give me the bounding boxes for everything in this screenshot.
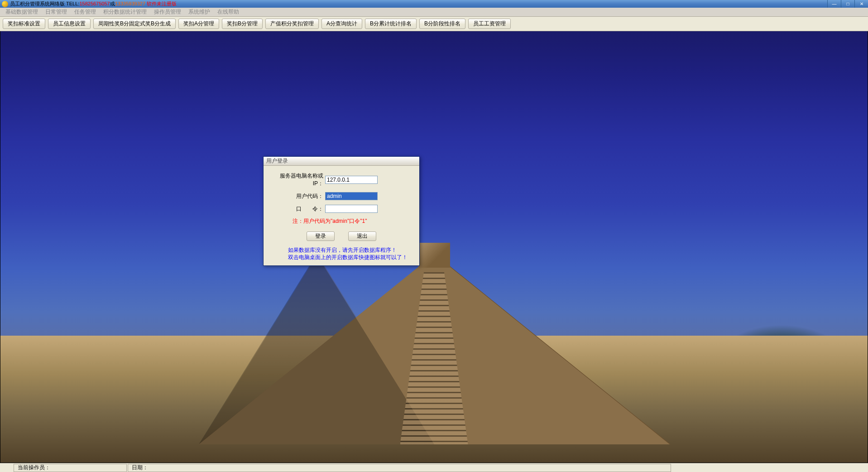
tool-employee-info[interactable]: 员工信息设置 bbox=[48, 19, 91, 29]
dialog-body: 服务器电脑名称或IP： 用户代码： 口 令： 注：用户代码为"admin"口令"… bbox=[264, 166, 419, 265]
server-input[interactable] bbox=[325, 176, 378, 184]
help-line1: 如果数据库没有开启，请先开启数据库程序！ bbox=[288, 246, 413, 254]
toolbar: 奖扣标准设置 员工信息设置 周期性奖B分固定式奖B分生成 奖扣A分管理 奖扣B分… bbox=[0, 17, 868, 31]
tool-b-stage[interactable]: B分阶段性排名 bbox=[419, 19, 465, 29]
maximize-button[interactable]: □ bbox=[841, 0, 854, 8]
dialog-title: 用户登录 bbox=[264, 157, 419, 166]
button-row: 登录 退出 bbox=[270, 231, 413, 241]
app-icon bbox=[2, 1, 8, 7]
password-input[interactable] bbox=[325, 205, 378, 213]
content-area: 用户登录 服务器电脑名称或IP： 用户代码： 口 令： 注：用户代码为"admi… bbox=[0, 31, 868, 463]
window-title: 员工积分管理系统网络版 TELL:15825675057或13335939327… bbox=[10, 0, 177, 7]
menu-operator[interactable]: 操作员管理 bbox=[150, 7, 185, 17]
exit-button[interactable]: 退出 bbox=[348, 231, 376, 241]
tool-salary[interactable]: 员工工资管理 bbox=[468, 19, 511, 29]
server-row: 服务器电脑名称或IP： bbox=[270, 172, 413, 188]
help-line2: 双击电脑桌面上的开启数据库快捷图标就可以了！ bbox=[288, 254, 413, 261]
note-text: 注：用户代码为"admin"口令"1" bbox=[293, 217, 413, 225]
statusbar: 当前操作员： 日期： bbox=[0, 463, 868, 472]
background-decoration bbox=[418, 243, 450, 268]
tool-b-cumulative[interactable]: B分累计统计排名 bbox=[365, 19, 417, 29]
user-input[interactable] bbox=[325, 192, 378, 200]
password-row: 口 令： bbox=[270, 205, 413, 213]
login-button[interactable]: 登录 bbox=[307, 231, 335, 241]
window-controls: — □ ✕ bbox=[827, 0, 868, 8]
user-row: 用户代码： bbox=[270, 192, 413, 200]
close-button[interactable]: ✕ bbox=[854, 0, 868, 8]
password-label: 口 令： bbox=[270, 205, 325, 213]
user-label: 用户代码： bbox=[270, 193, 325, 200]
menu-basic-data[interactable]: 基础数据管理 bbox=[2, 7, 42, 17]
menu-help[interactable]: 在线帮助 bbox=[214, 7, 243, 17]
menubar: 基础数据管理 日常管理 任务管理 积分数据统计管理 操作员管理 系统维护 在线帮… bbox=[0, 8, 868, 17]
tool-a-query[interactable]: A分查询统计 bbox=[321, 19, 362, 29]
menu-stats[interactable]: 积分数据统计管理 bbox=[100, 7, 150, 17]
menu-daily[interactable]: 日常管理 bbox=[42, 7, 71, 17]
login-dialog: 用户登录 服务器电脑名称或IP： 用户代码： 口 令： 注：用户代码为"admi… bbox=[263, 156, 420, 266]
minimize-button[interactable]: — bbox=[827, 0, 841, 8]
tool-reward-a[interactable]: 奖扣A分管理 bbox=[178, 19, 219, 29]
tool-reward-standard[interactable]: 奖扣标准设置 bbox=[3, 19, 45, 29]
server-label: 服务器电脑名称或IP： bbox=[270, 172, 325, 188]
help-text: 如果数据库没有开启，请先开启数据库程序！ 双击电脑桌面上的开启数据库快捷图标就可… bbox=[288, 246, 413, 261]
tool-output-reward[interactable]: 产值积分奖扣管理 bbox=[265, 19, 319, 29]
tool-reward-b[interactable]: 奖扣B分管理 bbox=[222, 19, 263, 29]
tool-periodic-b[interactable]: 周期性奖B分固定式奖B分生成 bbox=[93, 19, 176, 29]
menu-system[interactable]: 系统维护 bbox=[185, 7, 214, 17]
status-date: 日期： bbox=[128, 464, 671, 472]
menu-task[interactable]: 任务管理 bbox=[71, 7, 100, 17]
window-titlebar: 员工积分管理系统网络版 TELL:15825675057或13335939327… bbox=[0, 0, 868, 8]
status-operator: 当前操作员： bbox=[14, 464, 127, 472]
